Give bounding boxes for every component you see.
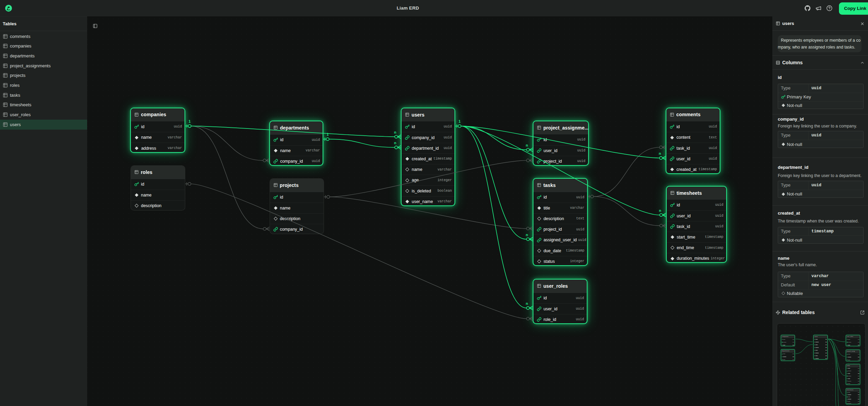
svg-text:n: n [526, 301, 528, 306]
svg-text:1: 1 [189, 119, 191, 123]
svg-text:n: n [659, 151, 661, 155]
svg-text:1: 1 [459, 119, 461, 123]
svg-text:1: 1 [327, 132, 329, 136]
svg-text:n: n [394, 130, 396, 134]
svg-text:n: n [526, 143, 528, 147]
svg-text:n: n [394, 141, 396, 145]
svg-text:n: n [526, 233, 528, 237]
svg-text:n: n [659, 208, 661, 213]
